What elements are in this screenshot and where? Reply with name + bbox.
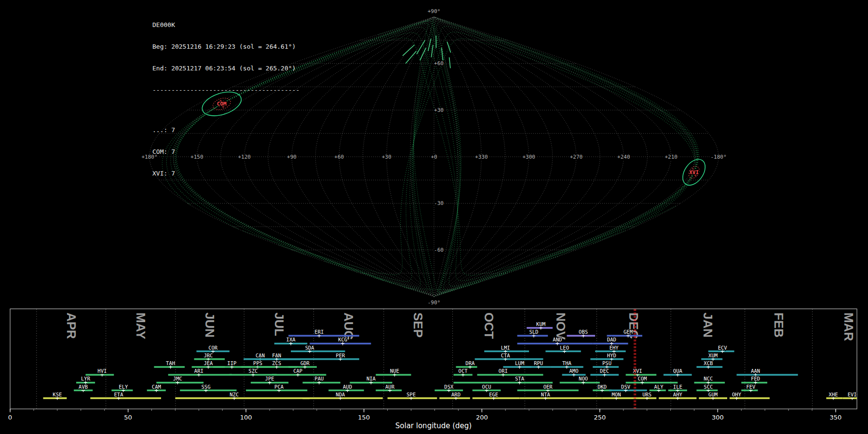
x-tick-label: 0: [8, 414, 12, 421]
x-tick-label: 150: [358, 414, 370, 421]
shower-label: ZCS: [272, 360, 281, 366]
shower-label: DSV: [621, 384, 631, 390]
month-label: JUL: [272, 312, 286, 336]
shower-HYD: HYD: [590, 353, 624, 361]
month-label: JUN: [203, 312, 217, 338]
lon-label: +30: [382, 154, 392, 160]
shower-label: SCC: [704, 384, 713, 390]
shower-KUM: KUM: [527, 321, 553, 330]
lat-label: -60: [434, 247, 444, 253]
shower-label: KSE: [53, 392, 62, 397]
shower-ARD: ARD: [439, 392, 470, 400]
shower-KCG: KCG: [310, 337, 371, 345]
x-tick-label: 50: [124, 414, 132, 421]
shower-label: RPU: [534, 360, 543, 366]
shower-NCC: NCC: [694, 376, 725, 384]
shower-PAU: PAU: [303, 376, 340, 384]
lon-label: +60: [334, 154, 344, 160]
shower-label: MON: [612, 392, 621, 397]
shower-label: OBS: [579, 329, 588, 335]
shower-label: DAD: [607, 337, 616, 342]
lat-label: +90°: [428, 8, 441, 14]
lon-label: +270: [570, 154, 583, 160]
shower-NOO: NOO: [560, 376, 600, 384]
lon-label: +240: [617, 154, 630, 160]
shower-DEC: DEC: [590, 368, 619, 377]
shower-AMO: AMO: [562, 368, 586, 377]
shower-SSG: SSG: [180, 384, 236, 393]
shower-JPE: JPE: [251, 376, 288, 384]
shower-THA: THA: [550, 360, 583, 369]
shower-IXA: IXA: [274, 337, 308, 345]
shower-LMI: LMI: [484, 345, 529, 353]
shower-label: CTA: [501, 353, 511, 358]
shower-SLD: SLD: [517, 329, 548, 338]
shower-XCB: XCB: [696, 360, 722, 369]
shower-label: AHY: [673, 392, 683, 397]
shower-label: OCU: [482, 384, 491, 390]
shower-label: COR: [208, 345, 218, 351]
lat-label: +60: [434, 60, 444, 67]
lat-label: -90°: [428, 299, 441, 306]
month-label: FEB: [772, 312, 786, 338]
shower-label: QUA: [673, 368, 683, 374]
meteor-dash: [406, 51, 416, 64]
shower-MON: MON: [602, 392, 637, 400]
month-label: OCT: [482, 312, 496, 339]
lat-label: -30: [434, 200, 444, 206]
shower-AAN: AAN: [737, 368, 798, 377]
shower-AHY: AHY: [659, 392, 696, 400]
shower-DAD: DAD: [593, 337, 628, 345]
shower-label: CAN: [256, 353, 265, 358]
month-label: SEP: [411, 312, 425, 338]
lon-label: +0: [431, 154, 437, 160]
shower-label: EHY: [610, 345, 619, 351]
shower-LEO: LEO: [545, 345, 581, 353]
shower-label: DEC: [600, 368, 609, 374]
shower-label: DRA: [465, 360, 475, 366]
shower-label: PPS: [253, 360, 262, 366]
shower-CTA: CTA: [475, 353, 543, 361]
shower-ORI: ORI: [477, 368, 543, 377]
x-axis: 050100150200250300350: [8, 409, 842, 421]
shower-label: ORI: [499, 368, 508, 374]
info-panel: DE000K Beg: 20251216 16:29:23 (sol = 264…: [152, 7, 299, 191]
shower-label: PAU: [314, 376, 324, 381]
shower-OHY: OHY: [730, 392, 770, 400]
shower-label: GDR: [300, 360, 310, 366]
station-id: DE000K: [152, 21, 299, 28]
shower-DRA: DRA: [456, 360, 477, 369]
shower-GUM: GUM: [699, 392, 727, 400]
shower-TAH: TAH: [154, 360, 185, 369]
shower-DSX: DSX: [434, 384, 463, 393]
shower-label: ARI: [194, 368, 203, 374]
shower-OCU: OCU: [473, 384, 501, 393]
lat-label: +30: [434, 107, 444, 113]
month-label: JAN: [701, 312, 715, 338]
meridian-line: [315, 17, 434, 297]
shower-label: SDA: [305, 345, 315, 351]
x-tick-label: 200: [476, 414, 488, 421]
shower-NTA: NTA: [520, 392, 602, 400]
shower-JRC: JRC: [194, 353, 225, 361]
x-axis-title: Solar longitude (deg): [395, 421, 472, 430]
shower-label: THA: [562, 360, 572, 366]
shower-label: SPE: [407, 392, 416, 397]
shower-EVI: EVI: [843, 392, 857, 400]
shower-label: PSU: [602, 360, 611, 366]
shower-label: AUR: [385, 384, 395, 390]
shower-SCC: SCC: [696, 384, 718, 393]
lon-label: +210: [665, 154, 678, 160]
shower-AVB: AVB: [74, 384, 93, 393]
shower-QUA: QUA: [664, 368, 692, 377]
shower-LYR: LYR: [76, 376, 95, 384]
shower-label: JPE: [265, 376, 274, 381]
shower-label: XHE: [829, 392, 838, 397]
x-tick-label: 100: [240, 414, 252, 421]
activity-timeline: APRMAYJUNJULAUGSEPOCTNOVDECJANFEBMAR0501…: [0, 309, 868, 434]
month-label: APR: [64, 312, 79, 339]
count-com: COM: 7: [152, 148, 299, 155]
shower-label: HYD: [607, 353, 616, 358]
shower-label: LYR: [81, 376, 91, 381]
shower-PSU: PSU: [593, 360, 619, 369]
